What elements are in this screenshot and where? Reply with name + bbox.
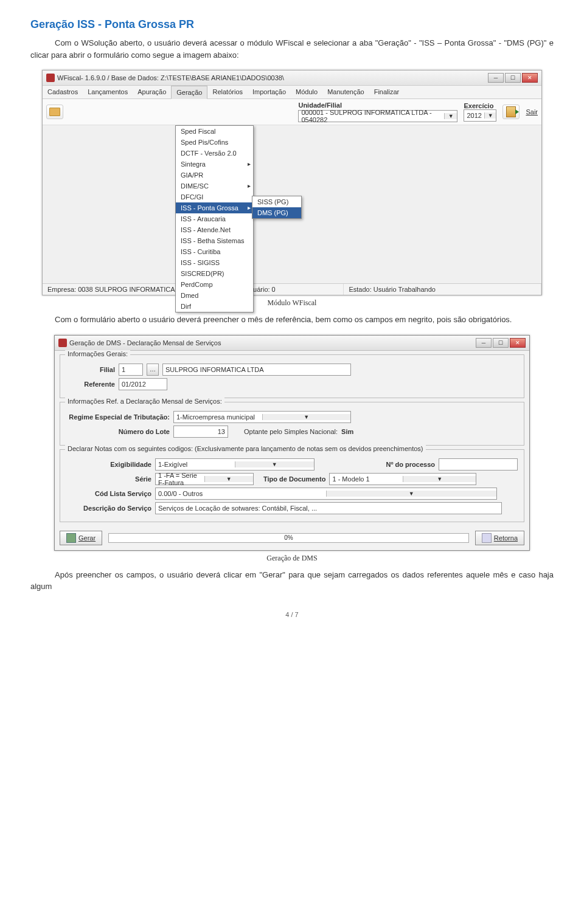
menu-lancamentos[interactable]: Lançamentos [83,86,133,98]
exercicio-combo[interactable]: 2012 ▼ [464,109,496,122]
menu-cadastros[interactable]: Cadastros [43,86,83,98]
tipo-documento-value: 1 - Modelo 1 [330,475,403,483]
gerar-button[interactable]: Gerar [60,531,102,545]
dropdown-item[interactable]: PerdComp [176,279,253,290]
dropdown-item[interactable]: ISS - SIGISS [176,257,253,268]
close-button[interactable]: ✕ [522,73,538,83]
dropdown-item[interactable]: DIME/SC [176,181,253,191]
iss-ponta-grossa-submenu: SISS (PG)DMS (PG) [252,196,302,219]
serie-combo[interactable]: 1 -FA = Serie F-Fatura ▼ [155,473,254,485]
unidade-label: Unidade/Filial [298,102,457,109]
tipo-documento-label: Tipo de Documento [263,475,325,483]
menu-manutencao[interactable]: Manutenção [322,86,369,98]
progress-bar: 0% [108,533,469,543]
group-declarar-notas: Declarar Notas com os seguintes codigos:… [60,449,524,522]
submenu-item[interactable]: SISS (PG) [252,196,301,207]
group-info-declaracao: Informações Ref. a Declaração Mensal de … [60,402,524,446]
group-informacoes-gerais: Informações Gerais: Filial 1 … SULPROG I… [60,354,524,398]
regime-combo[interactable]: 1-Microempresa municipal ▼ [173,411,351,423]
exigibilidade-value: 1-Exigível [156,461,235,468]
retorna-label: Retorna [494,534,518,542]
simples-value: Sim [341,428,353,435]
maximize-button[interactable]: ☐ [493,338,509,348]
dropdown-item[interactable]: ISS - Betha Sistemas [176,235,253,246]
filial-input[interactable]: 1 [119,364,143,376]
lote-label: Número do Lote [66,428,170,435]
dropdown-item[interactable]: ISS - Ponta Grossa [176,202,253,213]
dropdown-item[interactable]: DCTF - Versão 2.0 [176,148,253,159]
app-icon [58,339,67,347]
minimize-button[interactable]: ─ [488,73,504,83]
sair-button[interactable] [502,105,520,119]
retorna-icon [482,533,492,543]
form-bottom-bar: Gerar 0% Retorna [55,526,529,550]
referente-input[interactable]: 01/2012 [119,378,167,390]
menu-geracao[interactable]: Geração [171,86,207,99]
status-usuario: Usuário: 0 [240,284,344,295]
descricao-label: Descrição do Serviço [66,505,151,512]
unidade-combo[interactable]: 000001 - SULPROG INFORMATICA LTDA - 0540… [298,110,457,122]
minimize-button[interactable]: ─ [476,338,492,348]
app-icon [46,74,55,82]
chevron-down-icon: ▼ [204,476,254,482]
filial-lookup-button[interactable]: … [147,364,159,376]
dropdown-item[interactable]: ISS - Araucaria [176,213,253,224]
form-window: Geração de DMS - Declaração Mensal de Se… [54,335,530,551]
retorna-button[interactable]: Retorna [475,531,524,545]
group2-legend: Informações Ref. a Declaração Mensal de … [65,398,224,405]
dropdown-item[interactable]: Sped Pis/Cofins [176,137,253,148]
dropdown-item[interactable]: DFC/GI [176,191,253,202]
lote-input[interactable]: 13 [173,426,228,438]
chevron-down-icon: ▼ [262,414,351,420]
chevron-down-icon: ▼ [326,491,497,497]
menu-importacao[interactable]: Importação [248,86,291,98]
statusbar: Empresa: 0038 SULPROG INFORMATICA LTDA U… [43,283,541,295]
dropdown-item[interactable]: Sped Fiscal [176,126,253,137]
titlebar: WFiscal- 1.6.9.0 / Base de Dados: Z:\TES… [43,71,541,86]
tipo-documento-combo[interactable]: 1 - Modelo 1 ▼ [329,473,476,485]
open-button[interactable] [46,105,63,119]
simples-label: Optante pelo Simples Nacional: [244,428,338,435]
exigibilidade-combo[interactable]: 1-Exigível ▼ [155,458,315,471]
dropdown-item[interactable]: ISS - Curitiba [176,246,253,257]
referente-label: Referente [66,381,115,388]
window-title: WFiscal- 1.6.9.0 / Base de Dados: Z:\TES… [57,74,284,81]
dropdown-item[interactable]: ISS - Atende.Net [176,224,253,235]
page-title: Geração ISS - Ponta Grossa PR [30,18,554,31]
dropdown-item[interactable]: Sintegra [176,159,253,170]
filial-nome: SULPROG INFORMATICA LTDA [162,364,351,376]
cod-lista-label: Cód Lista Serviço [66,490,151,497]
processo-label: Nº do processo [386,461,435,468]
menu-apuracao[interactable]: Apuração [133,86,171,98]
dropdown-item[interactable]: Dirf [176,301,253,312]
cod-lista-combo[interactable]: 0.00/0 - Outros ▼ [155,488,497,500]
sair-label: Sair [526,108,538,116]
descricao-input[interactable]: Serviços de Locação de sotwares: Contábi… [155,502,502,514]
intro-paragraph-2: Com o formulário aberto o usuário deverá… [30,314,554,326]
processo-input[interactable] [439,458,518,471]
regime-value: 1-Microempresa municipal [174,413,262,421]
exercicio-value: 2012 [464,112,484,119]
dropdown-item[interactable]: GIA/PR [176,170,253,181]
gerar-label: Gerar [78,534,96,542]
exercicio-label: Exercício [464,102,496,109]
dropdown-item[interactable]: Dmed [176,290,253,301]
maximize-button[interactable]: ☐ [505,73,521,83]
dropdown-item[interactable]: SISCRED(PR) [176,268,253,279]
serie-label: Série [66,475,151,483]
gerar-icon [66,533,76,543]
form-titlebar: Geração de DMS - Declaração Mensal de Se… [55,336,529,351]
caption-1: Módulo WFiscal [30,298,554,308]
chevron-down-icon: ▼ [484,112,496,119]
submenu-item[interactable]: DMS (PG) [252,207,301,218]
cod-lista-value: 0.00/0 - Outros [156,490,326,497]
folder-icon [49,108,60,116]
menu-finalizar[interactable]: Finalizar [369,86,405,98]
group1-legend: Informações Gerais: [65,350,130,357]
menu-modulo[interactable]: Módulo [291,86,322,98]
menubar: Cadastros Lançamentos Apuração Geração R… [43,86,541,99]
close-button[interactable]: ✕ [510,338,526,348]
regime-label: Regime Especial de Tributação: [66,413,170,421]
menu-relatorios[interactable]: Relatórios [207,86,248,98]
filial-label: Filial [66,366,115,373]
